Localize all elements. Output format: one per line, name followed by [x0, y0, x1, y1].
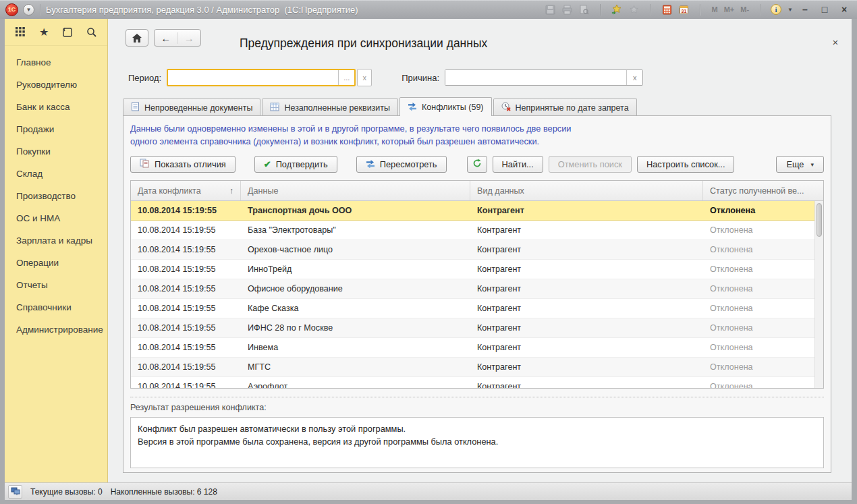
period-input[interactable] [168, 70, 338, 85]
column-label: Дата конфликта [138, 186, 201, 196]
table-row[interactable]: 10.08.2014 15:19:55 ИФНС 28 по г Москве … [131, 318, 814, 338]
tab-unfilled-attributes[interactable]: Незаполненные реквизиты [262, 99, 398, 116]
column-header-kind[interactable]: Вид данных [470, 181, 703, 200]
forward-button[interactable]: → [177, 32, 201, 44]
close-window-button[interactable]: × [837, 3, 852, 16]
maximize-button[interactable]: □ [817, 3, 832, 16]
table-row[interactable]: 10.08.2014 15:19:55 База "Электротовары"… [131, 221, 814, 240]
table-row[interactable]: 10.08.2014 15:19:55 Инвема Контрагент От… [131, 338, 814, 358]
review-button[interactable]: Пересмотреть [356, 156, 447, 173]
button-label: Настроить список... [646, 159, 725, 169]
memory-minus-button[interactable]: M- [740, 3, 750, 16]
scrollbar-thumb[interactable] [817, 203, 822, 237]
favorites-star-icon[interactable]: ★ [39, 26, 49, 38]
titlebar-separator [760, 4, 761, 16]
sidebar-item-pokupki[interactable]: Покупки [5, 140, 107, 163]
cell-date: 10.08.2014 15:19:55 [131, 206, 241, 215]
system-menu-button[interactable]: ▼ [23, 4, 34, 16]
cell-status: Отклонена [703, 225, 814, 235]
calendar-icon[interactable]: 31 [678, 3, 690, 16]
back-button[interactable]: ← [155, 32, 177, 44]
cell-status: Отклонена [703, 264, 814, 274]
sidebar-item-zarplata[interactable]: Зарплата и кадры [5, 229, 107, 252]
cell-status: Отклонена [703, 284, 814, 293]
confirm-button[interactable]: ✔ Подтвердить [254, 156, 337, 173]
close-form-icon[interactable]: × [829, 36, 842, 48]
configure-list-button[interactable]: Настроить список... [637, 156, 734, 173]
info-icon[interactable]: i [771, 4, 781, 15]
minimize-button[interactable]: – [798, 3, 812, 16]
tab-label: Незаполненные реквизиты [284, 103, 390, 113]
splitter[interactable] [130, 397, 824, 397]
info-text: Данные были одновременно изменены в этой… [130, 123, 824, 148]
favorites-icon[interactable] [628, 3, 640, 16]
reason-clear-button[interactable]: x [626, 70, 642, 85]
titlebar: 1С ▼ Бухгалтерия предприятия, редакция 3… [0, 0, 857, 19]
history-icon[interactable] [62, 26, 73, 38]
info-dropdown-icon[interactable]: ▼ [787, 7, 793, 13]
more-button[interactable]: Еще ▾ [776, 156, 824, 173]
tab-unposted-documents[interactable]: Непроведенные документы [123, 99, 260, 116]
calculator-icon[interactable] [661, 3, 673, 16]
sidebar-item-sklad[interactable]: Склад [5, 163, 107, 185]
vertical-scrollbar[interactable] [814, 201, 823, 388]
table-row[interactable]: 10.08.2014 15:19:55 МГТС Контрагент Откл… [131, 358, 814, 377]
table-row[interactable]: 10.08.2014 15:19:55 Аэрофлот Контрагент … [131, 377, 814, 388]
sidebar-item-proizvodstvo[interactable]: Производство [5, 185, 107, 207]
cell-kind: Контрагент [470, 304, 703, 313]
table-row[interactable]: 10.08.2014 15:19:55 Орехов-частное лицо … [131, 240, 814, 260]
memory-recall-button[interactable]: M [711, 3, 718, 16]
period-clear-button[interactable]: x [357, 69, 372, 86]
reason-input[interactable] [445, 70, 626, 85]
sidebar-item-prodazhi[interactable]: Продажи [5, 118, 107, 140]
cancel-search-button[interactable]: Отменить поиск [549, 156, 632, 173]
cell-kind: Контрагент [470, 225, 703, 235]
sidebar-item-administrirovanie[interactable]: Администрирование [5, 318, 107, 341]
show-differences-button[interactable]: Показать отличия [130, 156, 236, 173]
search-icon[interactable] [86, 26, 97, 38]
table-row[interactable]: 10.08.2014 15:19:55 Кафе Сказка Контраге… [131, 299, 814, 318]
period-choose-button[interactable]: ... [338, 70, 354, 85]
sidebar-item-rukovoditelyu[interactable]: Руководителю [5, 74, 107, 96]
home-button[interactable] [126, 29, 148, 47]
table-row[interactable]: 10.08.2014 15:19:55 Транспортная дочь ОО… [131, 201, 814, 221]
sidebar-item-glavnoe[interactable]: Главное [5, 51, 107, 74]
column-header-data[interactable]: Данные [241, 181, 470, 200]
tab-conflicts[interactable]: Конфликты (59) [399, 97, 491, 116]
find-button[interactable]: Найти... [493, 156, 543, 173]
column-header-status[interactable]: Статус полученной ве... [703, 181, 823, 200]
refresh-button[interactable] [467, 156, 487, 173]
cell-date: 10.08.2014 15:19:55 [131, 362, 241, 372]
sidebar-item-bank-i-kassa[interactable]: Банк и касса [5, 96, 107, 118]
sort-ascending-icon: ↑ [229, 186, 233, 196]
sidebar-item-operacii[interactable]: Операции [5, 252, 107, 274]
cell-data: Аэрофлот [241, 382, 470, 388]
add-favorite-icon[interactable] [611, 3, 623, 16]
table-row[interactable]: 10.08.2014 15:19:55 ИнноТрейд Контрагент… [131, 260, 814, 279]
sections-menu-icon[interactable] [16, 26, 26, 38]
column-header-date[interactable]: Дата конфликта ↑ [131, 181, 241, 200]
cell-date: 10.08.2014 15:19:55 [131, 304, 241, 313]
sidebar-item-spravochniki[interactable]: Справочники [5, 296, 107, 318]
sidebar-item-otchety[interactable]: Отчеты [5, 274, 107, 296]
reason-field-row: Причина: x [402, 69, 643, 86]
tab-rejected-by-date[interactable]: Непринятые по дате запрета [493, 99, 637, 116]
current-calls-text: Текущие вызовы: 0 [30, 487, 103, 497]
memory-plus-button[interactable]: M+ [723, 3, 736, 16]
print-icon[interactable] [561, 3, 573, 16]
status-bar: Текущие вызовы: 0 Накопленные вызовы: 6 … [5, 482, 852, 500]
sidebar-item-os-i-nma[interactable]: ОС и НМА [5, 207, 107, 229]
result-line-2: Версия в этой программе была сохранена, … [138, 435, 817, 448]
print-preview-icon[interactable] [578, 3, 590, 16]
save-icon[interactable] [544, 3, 556, 16]
server-calls-icon[interactable] [8, 485, 22, 499]
table-row[interactable]: 10.08.2014 15:19:55 Офисное оборудование… [131, 279, 814, 299]
table-rows: 10.08.2014 15:19:55 Транспортная дочь ОО… [131, 201, 814, 388]
titlebar-separator [40, 4, 40, 16]
cell-data: Кафе Сказка [241, 304, 470, 313]
cell-status: Отклонена [703, 362, 814, 372]
button-label: Подтвердить [276, 159, 328, 169]
cell-date: 10.08.2014 15:19:55 [131, 382, 241, 388]
sync-conflict-icon [366, 159, 375, 170]
cell-data: ИнноТрейд [241, 264, 470, 274]
